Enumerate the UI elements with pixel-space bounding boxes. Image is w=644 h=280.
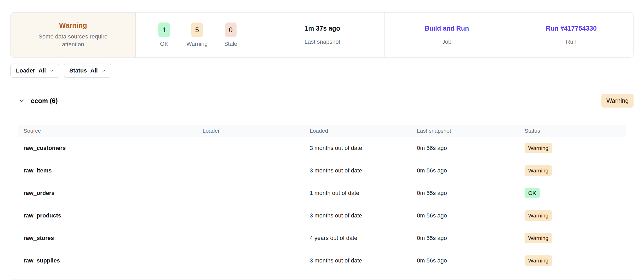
source-name[interactable]: raw_items — [18, 167, 203, 174]
last-snapshot-label: Last snapshot — [304, 38, 340, 45]
source-name[interactable]: raw_supplies — [18, 257, 203, 264]
status-badge: Warning — [525, 233, 552, 243]
run-link[interactable]: Run #417754330 — [546, 25, 597, 32]
overall-status-card: Warning Some data sources require attent… — [11, 13, 136, 57]
column-header-source: Source — [18, 128, 203, 134]
loaded-cell: 3 months out of date — [310, 257, 417, 264]
stat-ok: 1 OK — [158, 23, 170, 47]
table-row[interactable]: raw_supplies 3 months out of date 0m 56s… — [18, 249, 626, 272]
group-title: ecom (6) — [31, 97, 58, 105]
last-snapshot-cell: 0m 55s ago — [417, 235, 525, 242]
overall-status-subtitle: Some data sources require attention — [29, 33, 118, 48]
last-snapshot-cell: 0m 56s ago — [417, 212, 525, 219]
loaded-cell: 1 month out of date — [310, 190, 417, 197]
table-row[interactable]: raw_stores 4 years out of date 0m 55s ag… — [18, 227, 626, 249]
source-name[interactable]: raw_stores — [18, 235, 203, 242]
run-cell: Run #417754330 Run — [509, 13, 633, 57]
column-header-status: Status — [525, 128, 626, 134]
status-filter-value: All — [90, 67, 98, 74]
section-divider — [10, 279, 634, 279]
source-name[interactable]: raw_products — [18, 212, 203, 219]
stat-warning-label: Warning — [186, 41, 208, 47]
stat-stale-label: Stale — [224, 41, 237, 47]
job-label: Job — [442, 38, 451, 45]
sources-table: Source Loader Loaded Last snapshot Statu… — [18, 125, 626, 272]
chevron-down-icon — [101, 68, 106, 73]
group-header-ecom[interactable]: ecom (6) Warning — [10, 94, 634, 108]
summary-bar: Warning Some data sources require attent… — [10, 12, 634, 58]
status-badge: Warning — [525, 165, 552, 176]
chevron-down-icon — [18, 97, 25, 104]
loader-filter-label: Loader — [16, 67, 35, 74]
last-snapshot-cell: 0m 55s ago — [417, 190, 525, 197]
stat-stale: 0 Stale — [224, 23, 237, 47]
status-filter-dropdown[interactable]: Status All — [64, 64, 111, 78]
status-badge: Warning — [525, 210, 552, 221]
status-badge: OK — [525, 188, 540, 198]
last-snapshot-cell: 0m 56s ago — [417, 167, 525, 174]
loaded-cell: 3 months out of date — [310, 212, 417, 219]
overall-status-title: Warning — [59, 21, 87, 30]
stat-ok-count: 1 — [158, 23, 170, 37]
stat-warning-count: 5 — [191, 23, 203, 37]
table-row[interactable]: raw_orders 1 month out of date 0m 55s ag… — [18, 182, 626, 204]
loaded-cell: 3 months out of date — [310, 145, 417, 152]
chevron-down-icon — [49, 68, 54, 73]
column-header-loader: Loader — [203, 128, 310, 134]
loader-filter-dropdown[interactable]: Loader All — [10, 64, 59, 78]
last-snapshot-value: 1m 37s ago — [304, 25, 340, 32]
table-row[interactable]: raw_items 3 months out of date 0m 56s ag… — [18, 159, 626, 182]
last-snapshot-cell: 1m 37s ago Last snapshot — [260, 13, 385, 57]
stat-stale-count: 0 — [225, 23, 237, 37]
status-badge: Warning — [525, 255, 552, 266]
loaded-cell: 3 months out of date — [310, 167, 417, 174]
table-header-row: Source Loader Loaded Last snapshot Statu… — [18, 125, 626, 137]
filter-bar: Loader All Status All — [10, 64, 634, 78]
run-label: Run — [566, 38, 576, 45]
last-snapshot-cell: 0m 56s ago — [417, 257, 525, 264]
column-header-loaded: Loaded — [310, 128, 417, 134]
loader-filter-value: All — [38, 67, 46, 74]
stat-warning: 5 Warning — [186, 23, 208, 47]
status-badge: Warning — [525, 143, 552, 153]
job-cell: Build and Run Job — [385, 13, 509, 57]
source-name[interactable]: raw_orders — [18, 190, 203, 197]
status-filter-label: Status — [69, 67, 87, 74]
table-row[interactable]: raw_products 3 months out of date 0m 56s… — [18, 204, 626, 227]
column-header-last-snapshot: Last snapshot — [417, 128, 525, 134]
group-status-badge: Warning — [601, 94, 634, 108]
source-name[interactable]: raw_customers — [18, 145, 203, 152]
stat-ok-label: OK — [160, 41, 168, 47]
table-row[interactable]: raw_customers 3 months out of date 0m 56… — [18, 137, 626, 159]
last-snapshot-cell: 0m 56s ago — [417, 145, 525, 152]
loaded-cell: 4 years out of date — [310, 235, 417, 242]
status-counts: 1 OK 5 Warning 0 Stale — [136, 13, 260, 57]
job-link[interactable]: Build and Run — [425, 25, 469, 32]
